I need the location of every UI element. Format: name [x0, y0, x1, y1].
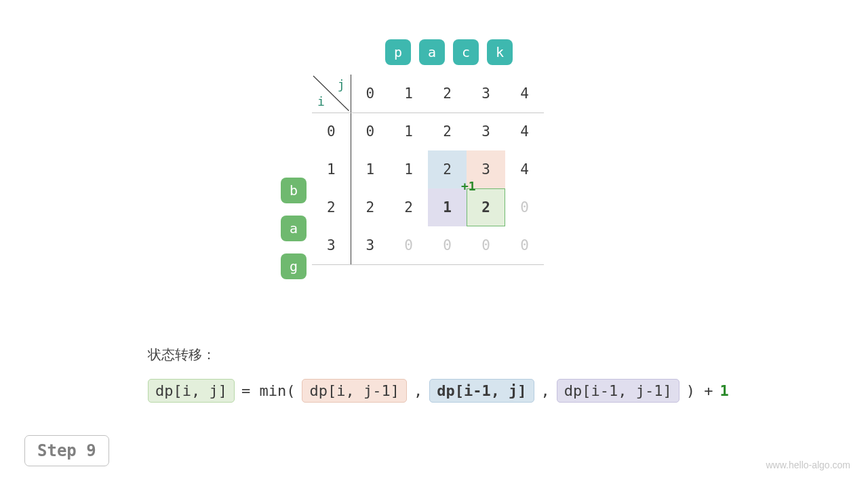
row-header: 3: [312, 226, 351, 264]
col-header: 1: [389, 75, 428, 113]
step-badge: Step 9: [24, 435, 109, 466]
dp-cell: 1: [389, 113, 428, 150]
formula-comma: ,: [414, 382, 422, 399]
formula-term-left: dp[i, j-1]: [302, 379, 406, 403]
target-char-a: a: [419, 39, 445, 65]
row-header: 0: [312, 113, 351, 150]
transition-formula: dp[i, j] = min( dp[i, j-1] , dp[i-1, j] …: [148, 379, 729, 403]
col-header: 0: [351, 75, 389, 113]
target-char-c: c: [453, 39, 479, 65]
formula-eq: = min(: [241, 382, 295, 399]
formula-plus-one: 1: [720, 382, 729, 399]
dp-cell: 4: [505, 113, 544, 150]
axis-corner: i j: [312, 75, 351, 113]
axis-j-label: j: [338, 77, 345, 92]
plus-one-label: +1: [461, 179, 476, 193]
formula-title: 状态转移：: [148, 346, 729, 364]
source-char-b: b: [281, 178, 307, 203]
dp-cell: 1: [389, 150, 428, 188]
dp-cell-empty: 0: [428, 226, 467, 264]
dp-cell: 2: [428, 113, 467, 150]
formula-close: ) +: [686, 382, 713, 399]
dp-cell: 2: [389, 188, 428, 226]
target-char-k: k: [487, 39, 513, 65]
source-char-a: a: [281, 216, 307, 241]
row-header: 2: [312, 188, 351, 226]
dp-cell: 0: [351, 113, 389, 150]
dp-cell: 3: [467, 113, 505, 150]
col-header: 4: [505, 75, 544, 113]
dp-cell-empty: 0: [389, 226, 428, 264]
source-char-g: g: [281, 253, 307, 279]
target-char-p: p: [385, 39, 411, 65]
target-string: p a c k: [385, 39, 513, 65]
col-header: 3: [467, 75, 505, 113]
dp-cell-empty: 0: [505, 226, 544, 264]
dp-cell: 2: [351, 188, 389, 226]
row-header: 1: [312, 150, 351, 188]
formula-term-top: dp[i-1, j]: [429, 379, 534, 403]
formula-result: dp[i, j]: [148, 379, 235, 403]
formula-term-diag: dp[i-1, j-1]: [557, 379, 679, 403]
dp-cell-diag: 1: [428, 188, 467, 226]
dp-cell-empty: 0: [505, 188, 544, 226]
watermark: www.hello-algo.com: [766, 460, 851, 470]
formula-comma: ,: [541, 382, 550, 399]
source-string: b a g: [281, 178, 307, 279]
axis-i-label: i: [317, 94, 325, 108]
formula-section: 状态转移： dp[i, j] = min( dp[i, j-1] , dp[i-…: [148, 346, 729, 403]
col-header: 2: [428, 75, 467, 113]
dp-cell: 4: [505, 150, 544, 188]
dp-cell-current: +1 2: [467, 188, 505, 226]
dp-cell-empty: 0: [467, 226, 505, 264]
dp-cell: 3: [351, 226, 389, 264]
dp-cell: 1: [351, 150, 389, 188]
dp-table: i j 0 1 2 3 4 0 0 1 2 3 4 1 1 1 2 3 4 2 …: [312, 75, 544, 265]
